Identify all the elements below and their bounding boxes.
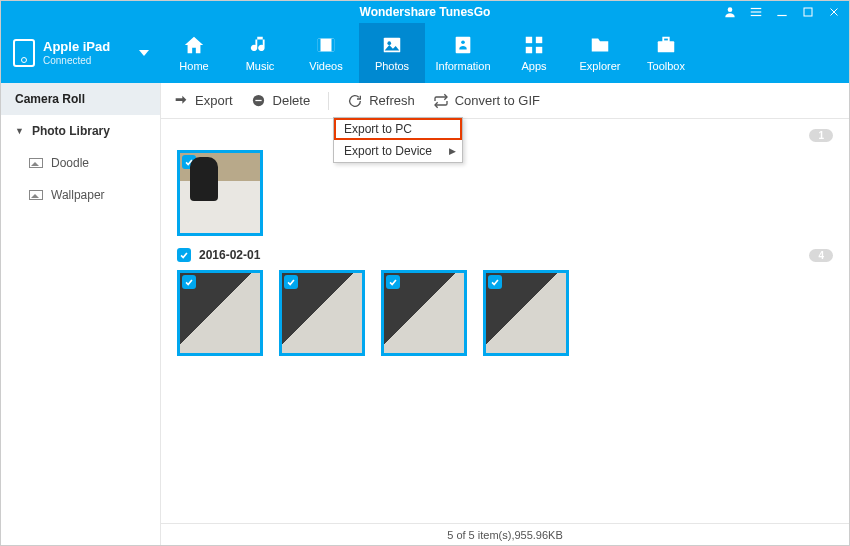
sidebar-label: Photo Library (32, 124, 110, 138)
music-icon (247, 34, 273, 56)
svg-rect-22 (255, 100, 261, 101)
device-status: Connected (43, 55, 110, 66)
svg-rect-17 (526, 47, 532, 53)
app-title: Wondershare TunesGo (360, 5, 491, 19)
refresh-button[interactable]: Refresh (347, 93, 415, 109)
status-bar: 5 of 5 item(s),955.96KB (161, 523, 849, 545)
thumb-checkbox[interactable] (182, 275, 196, 289)
separator (328, 92, 329, 110)
folder-icon (587, 34, 613, 56)
toolbox-icon (653, 34, 679, 56)
maximize-icon[interactable] (801, 5, 815, 19)
thumb-checkbox[interactable] (284, 275, 298, 289)
svg-rect-20 (663, 38, 669, 42)
menu-icon[interactable] (749, 5, 763, 19)
chevron-down-icon (139, 50, 149, 56)
sidebar-item-camera-roll[interactable]: Camera Roll (1, 83, 160, 115)
sidebar-item-photo-library[interactable]: ▼ Photo Library (1, 115, 160, 147)
group-count: 4 (809, 249, 833, 262)
caret-down-icon: ▼ (15, 126, 24, 136)
svg-rect-16 (536, 37, 542, 43)
svg-rect-18 (536, 47, 542, 53)
sidebar-item-wallpaper[interactable]: Wallpaper (1, 179, 160, 211)
photo-group: 1 (177, 129, 833, 236)
refresh-icon (347, 93, 363, 109)
sidebar-item-doodle[interactable]: Doodle (1, 147, 160, 179)
nav-toolbox-label: Toolbox (647, 60, 685, 72)
device-text: Apple iPad Connected (43, 40, 110, 65)
title-bar: Wondershare TunesGo (1, 1, 849, 23)
sidebar-label: Wallpaper (51, 188, 105, 202)
svg-rect-3 (751, 15, 762, 16)
device-name: Apple iPad (43, 40, 110, 54)
nav-information[interactable]: Information (425, 23, 501, 83)
export-button[interactable]: Export (173, 93, 233, 109)
main: Export Delete Refresh Convert to GIF (161, 83, 849, 545)
close-icon[interactable] (827, 5, 841, 19)
tablet-icon (13, 39, 35, 67)
video-icon (313, 34, 339, 56)
window-controls (723, 1, 841, 23)
export-dropdown: Export to PC Export to Device ▶ (333, 117, 463, 163)
nav-videos[interactable]: Videos (293, 23, 359, 83)
svg-rect-1 (751, 8, 762, 9)
sidebar: Camera Roll ▼ Photo Library Doodle Wallp… (1, 83, 161, 545)
thumbnail-row (177, 150, 833, 236)
svg-point-0 (728, 7, 733, 12)
status-text: 5 of 5 item(s),955.96KB (447, 529, 563, 541)
nav-explorer-label: Explorer (580, 60, 621, 72)
contacts-icon (450, 34, 476, 56)
thumb-checkbox[interactable] (386, 275, 400, 289)
photo-thumbnail[interactable] (177, 150, 263, 236)
delete-icon (251, 93, 267, 109)
nav-apps[interactable]: Apps (501, 23, 567, 83)
nav-information-label: Information (435, 60, 490, 72)
thumb-checkbox[interactable] (182, 155, 196, 169)
device-selector[interactable]: Apple iPad Connected (1, 23, 161, 83)
photo-thumbnail[interactable] (177, 270, 263, 356)
export-to-device[interactable]: Export to Device ▶ (334, 140, 462, 162)
nav-home[interactable]: Home (161, 23, 227, 83)
svg-rect-13 (456, 37, 471, 54)
nav-music-label: Music (246, 60, 275, 72)
photo-icon (379, 34, 405, 56)
group-count: 1 (809, 129, 833, 142)
home-icon (181, 34, 207, 56)
main-nav: Home Music Videos Photos Information App… (161, 23, 699, 83)
refresh-label: Refresh (369, 93, 415, 108)
svg-rect-15 (526, 37, 532, 43)
nav-explorer[interactable]: Explorer (567, 23, 633, 83)
svg-rect-19 (658, 41, 675, 52)
photo-thumbnail[interactable] (483, 270, 569, 356)
nav-apps-label: Apps (521, 60, 546, 72)
nav-toolbox[interactable]: Toolbox (633, 23, 699, 83)
photo-thumbnail[interactable] (381, 270, 467, 356)
sidebar-label: Camera Roll (15, 92, 85, 106)
convert-gif-button[interactable]: Convert to GIF (433, 93, 540, 109)
nav-music[interactable]: Music (227, 23, 293, 83)
thumb-checkbox[interactable] (488, 275, 502, 289)
chevron-right-icon: ▶ (449, 146, 456, 156)
delete-button[interactable]: Delete (251, 93, 311, 109)
svg-rect-5 (804, 8, 812, 16)
svg-rect-9 (318, 39, 321, 52)
svg-rect-4 (777, 15, 786, 16)
thumbnail-row (177, 270, 833, 356)
apps-icon (521, 34, 547, 56)
nav-photos[interactable]: Photos (359, 23, 425, 83)
nav-home-label: Home (179, 60, 208, 72)
group-checkbox[interactable] (177, 248, 191, 262)
svg-rect-2 (751, 11, 762, 12)
photo-thumbnail[interactable] (279, 270, 365, 356)
minimize-icon[interactable] (775, 5, 789, 19)
nav-photos-label: Photos (375, 60, 409, 72)
account-icon[interactable] (723, 5, 737, 19)
export-to-pc[interactable]: Export to PC (334, 118, 462, 140)
export-icon (173, 93, 189, 109)
nav-videos-label: Videos (309, 60, 342, 72)
group-header: 1 (177, 129, 833, 142)
convert-label: Convert to GIF (455, 93, 540, 108)
svg-point-14 (461, 40, 465, 44)
group-header: 2016-02-014 (177, 248, 833, 262)
delete-label: Delete (273, 93, 311, 108)
